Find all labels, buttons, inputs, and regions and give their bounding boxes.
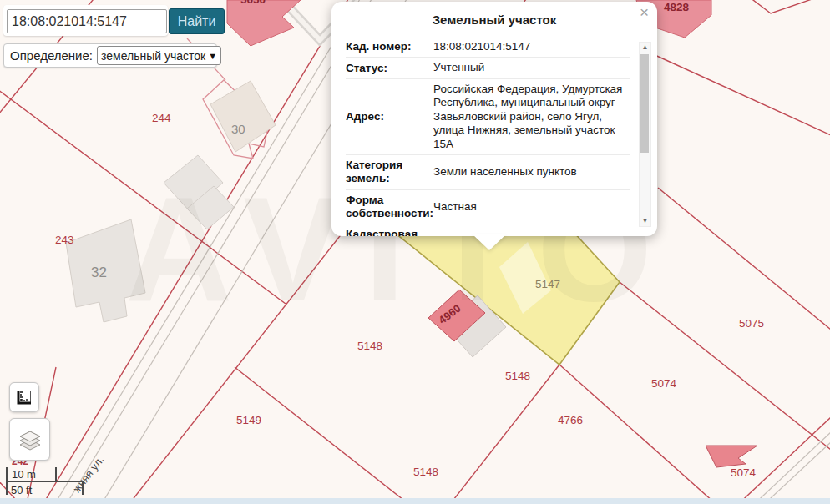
popup-attribute-row: Кад. номер:18:08:021014:5147 (346, 37, 630, 57)
attribute-value: 899417.6 руб (432, 234, 630, 236)
attribute-value: Земли населенных пунктов (432, 165, 630, 179)
scale-metric-label: 10 m (12, 468, 36, 481)
close-icon[interactable]: × (640, 3, 649, 22)
popup-scrollbar[interactable]: ▲ ▼ (639, 42, 651, 227)
definition-selected-value: земельный участок (101, 49, 205, 63)
cadastral-map-app: AVITO 2442433032514751485148514851494766… (0, 0, 830, 504)
definition-label: Определение: (10, 48, 93, 63)
popup-attribute-row: Адрес:Российская Федерация, Удмуртская Р… (346, 78, 630, 154)
popup-table: Кад. номер:18:08:021014:5147Статус:Учтен… (346, 37, 630, 236)
attribute-label: Категория земель: (346, 159, 432, 185)
popup-attribute-row: Категория земель:Земли населенных пункто… (346, 154, 630, 189)
scale-50ft-tick (82, 481, 84, 495)
popup-attribute-row: Статус:Учтенный (346, 57, 630, 78)
popup-pointer (473, 234, 506, 250)
bottom-bar (0, 498, 830, 504)
find-button[interactable]: Найти (169, 8, 225, 34)
layers-button[interactable] (9, 418, 50, 461)
attribute-label: Адрес: (346, 110, 432, 123)
attribute-label: Кадастровая стоимость: (346, 228, 432, 236)
popup-title: Земельный участок (331, 13, 657, 27)
scale-imperial-label: 50 ft (11, 484, 32, 496)
search-input[interactable] (7, 9, 167, 33)
ruler-icon (15, 388, 33, 406)
definition-panel: Определение: земельный участок ▼ (3, 43, 217, 68)
scrollbar-thumb[interactable] (640, 54, 649, 153)
parcel-info-popup: × Земельный участок Кад. номер:18:08:021… (331, 2, 657, 236)
attribute-value: Учтенный (432, 61, 630, 74)
attribute-label: Форма собственности: (346, 194, 432, 220)
attribute-label: Кад. номер: (346, 40, 432, 53)
scale-10m-tick (55, 467, 57, 482)
attribute-value: 18:08:021014:5147 (432, 40, 630, 53)
layers-icon (18, 427, 43, 452)
attribute-value: Частная (432, 200, 630, 214)
attribute-value: Российская Федерация, Удмуртская Республ… (432, 83, 630, 151)
measure-button[interactable] (9, 382, 39, 412)
scale-bar (6, 481, 84, 482)
scroll-down-icon[interactable]: ▼ (640, 216, 650, 226)
popup-attribute-row: Форма собственности:Частная (346, 189, 630, 224)
attribute-label: Статус: (346, 62, 432, 75)
definition-select[interactable]: земельный участок ▼ (97, 46, 221, 65)
scroll-up-icon[interactable]: ▲ (640, 43, 650, 53)
chevron-down-icon: ▼ (208, 51, 217, 61)
